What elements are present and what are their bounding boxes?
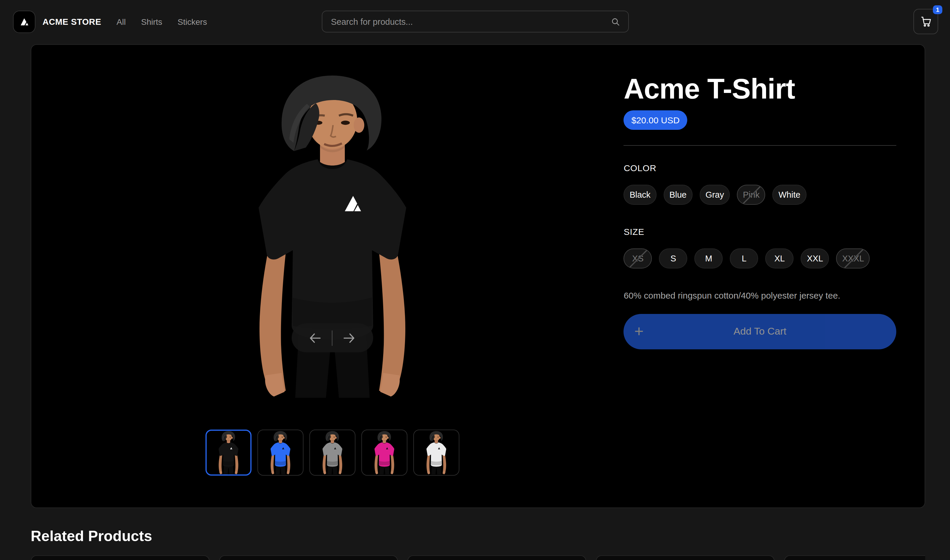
cart-count-badge: 1 bbox=[933, 5, 942, 14]
color-options: BlackBlueGrayPinkWhite bbox=[624, 185, 896, 205]
store-logo[interactable] bbox=[13, 11, 35, 33]
unavailable-strike bbox=[737, 185, 765, 205]
related-products-heading: Related Products bbox=[31, 528, 152, 545]
add-to-cart-label: Add To Cart bbox=[734, 326, 787, 338]
cart-button[interactable]: 1 bbox=[913, 9, 938, 34]
nav-links: AllShirtsStickers bbox=[117, 17, 207, 26]
divider bbox=[624, 145, 896, 146]
thumbnail-black[interactable] bbox=[205, 429, 251, 475]
product-description: 60% combed ringspun cotton/40% polyester… bbox=[624, 290, 896, 302]
product-photo bbox=[310, 431, 354, 474]
product-photo bbox=[414, 431, 458, 474]
related-product-card[interactable] bbox=[219, 555, 398, 560]
search-icon bbox=[610, 17, 620, 26]
page: ACME STORE AllShirtsStickers 1 bbox=[0, 0, 950, 560]
nav-left: ACME STORE AllShirtsStickers bbox=[13, 11, 207, 33]
thumbnail-gray[interactable] bbox=[309, 429, 355, 475]
next-image-button[interactable] bbox=[332, 323, 366, 352]
product-photo bbox=[258, 431, 302, 474]
unavailable-strike bbox=[624, 248, 652, 269]
product-main-image bbox=[170, 73, 495, 398]
unavailable-strike bbox=[836, 248, 870, 269]
cart-icon bbox=[919, 15, 932, 28]
product-card: Acme T-Shirt $20.00 USD COLOR BlackBlueG… bbox=[31, 44, 925, 508]
navbar: ACME STORE AllShirtsStickers 1 bbox=[0, 0, 950, 44]
thumbnail-white[interactable] bbox=[413, 429, 459, 475]
related-product-card[interactable] bbox=[784, 555, 925, 560]
size-option-xs[interactable]: XS bbox=[624, 248, 652, 269]
thumbnail-blue[interactable] bbox=[257, 429, 303, 475]
color-option-label: COLOR bbox=[624, 163, 896, 173]
arrow-left-icon bbox=[308, 330, 323, 346]
product-photo bbox=[362, 431, 406, 474]
size-option-xxl[interactable]: XXL bbox=[801, 248, 829, 269]
size-option-label: SIZE bbox=[624, 226, 896, 237]
image-carousel-controls bbox=[291, 323, 373, 352]
size-options: XSSMLXLXXLXXXL bbox=[624, 248, 896, 269]
brand-name[interactable]: ACME STORE bbox=[43, 17, 101, 26]
plus-icon: + bbox=[634, 324, 644, 340]
product-title: Acme T-Shirt bbox=[624, 73, 896, 105]
search-input[interactable] bbox=[322, 17, 628, 26]
thumbnail-pink[interactable] bbox=[361, 429, 407, 475]
color-option-black[interactable]: Black bbox=[624, 185, 657, 205]
add-to-cart-button[interactable]: + Add To Cart bbox=[624, 314, 896, 350]
nav-link-all[interactable]: All bbox=[117, 17, 126, 26]
color-option-pink[interactable]: Pink bbox=[737, 185, 765, 205]
related-product-card[interactable] bbox=[596, 555, 775, 560]
color-option-blue[interactable]: Blue bbox=[664, 185, 692, 205]
related-product-card[interactable] bbox=[407, 555, 586, 560]
size-option-m[interactable]: M bbox=[695, 248, 723, 269]
nav-link-shirts[interactable]: Shirts bbox=[141, 17, 162, 26]
color-option-white[interactable]: White bbox=[773, 185, 806, 205]
size-option-l[interactable]: L bbox=[730, 248, 759, 269]
related-product-card[interactable] bbox=[31, 555, 210, 560]
color-option-gray[interactable]: Gray bbox=[700, 185, 730, 205]
size-option-xl[interactable]: XL bbox=[765, 248, 794, 269]
related-products-row bbox=[31, 555, 925, 560]
price-badge: $20.00 USD bbox=[624, 110, 687, 130]
product-details: Acme T-Shirt $20.00 USD COLOR BlackBlueG… bbox=[624, 73, 896, 479]
size-option-xxxl[interactable]: XXXL bbox=[836, 248, 870, 269]
acme-triangle-icon bbox=[19, 17, 29, 27]
thumbnail-list bbox=[60, 429, 605, 475]
previous-image-button[interactable] bbox=[299, 323, 332, 352]
product-gallery bbox=[60, 73, 605, 479]
size-option-s[interactable]: S bbox=[659, 248, 688, 269]
search-box bbox=[321, 11, 629, 32]
arrow-right-icon bbox=[341, 330, 356, 346]
product-photo bbox=[207, 431, 250, 474]
nav-link-stickers[interactable]: Stickers bbox=[178, 17, 207, 26]
